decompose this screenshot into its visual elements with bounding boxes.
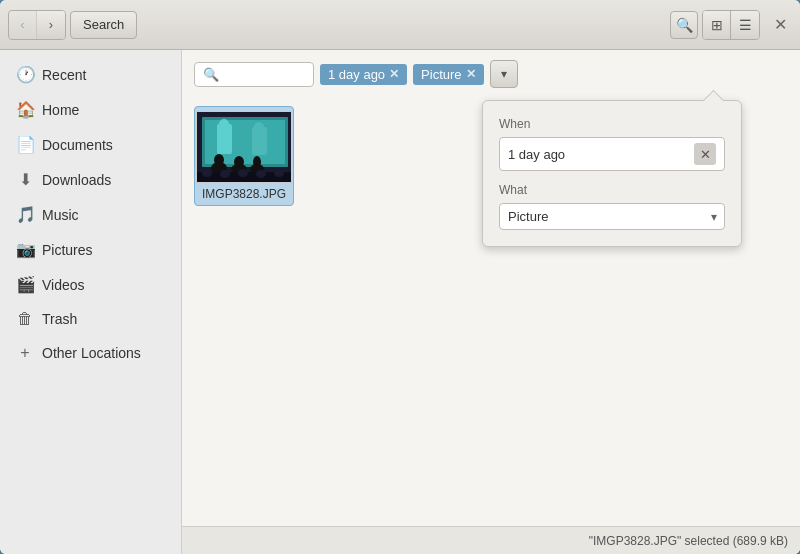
when-clear-button[interactable]: ✕	[694, 143, 716, 165]
search-button[interactable]: Search	[70, 11, 137, 39]
what-label: What	[499, 183, 725, 197]
svg-point-8	[253, 156, 261, 168]
filter-panel: When 1 day ago ✕ What Picture Video Docu…	[482, 100, 742, 247]
sidebar-label-other-locations: Other Locations	[42, 345, 141, 361]
sidebar-label-trash: Trash	[42, 311, 77, 327]
videos-icon: 🎬	[16, 275, 34, 294]
svg-point-15	[220, 170, 230, 178]
trash-icon: 🗑	[16, 310, 34, 328]
main-content: 🕐 Recent 🏠 Home 📄 Documents ⬇ Downloads …	[0, 50, 800, 554]
sidebar-item-trash[interactable]: 🗑 Trash	[0, 303, 181, 335]
svg-point-17	[256, 170, 266, 178]
what-select[interactable]: Picture Video Document Music Other	[499, 203, 725, 230]
svg-point-16	[238, 169, 248, 177]
svg-point-4	[214, 154, 224, 166]
forward-icon: ›	[49, 17, 53, 32]
when-label: When	[499, 117, 725, 131]
sidebar-item-videos[interactable]: 🎬 Videos	[0, 268, 181, 301]
filter-tag-when: 1 day ago ✕	[320, 64, 407, 85]
svg-point-6	[234, 156, 244, 168]
sidebar-label-home: Home	[42, 102, 79, 118]
grid-view-button[interactable]: ⊞	[703, 11, 731, 39]
what-select-wrapper: Picture Video Document Music Other ▾	[499, 203, 725, 230]
recent-icon: 🕐	[16, 65, 34, 84]
when-clear-icon: ✕	[700, 147, 711, 162]
filter-what-text: Picture	[421, 67, 461, 82]
sidebar-label-music: Music	[42, 207, 79, 223]
status-text: "IMGP3828.JPG" selected (689.9 kB)	[589, 534, 788, 548]
close-icon: ✕	[774, 15, 787, 34]
sidebar-item-home[interactable]: 🏠 Home	[0, 93, 181, 126]
search-input-wrapper: 🔍	[194, 62, 314, 87]
list-icon: ☰	[739, 17, 752, 33]
sidebar-item-pictures[interactable]: 📷 Pictures	[0, 233, 181, 266]
sidebar-item-downloads[interactable]: ⬇ Downloads	[0, 163, 181, 196]
status-bar: "IMGP3828.JPG" selected (689.9 kB)	[182, 526, 800, 554]
sidebar-item-recent[interactable]: 🕐 Recent	[0, 58, 181, 91]
filter-when-text: 1 day ago	[328, 67, 385, 82]
documents-icon: 📄	[16, 135, 34, 154]
search-bar-area: 🔍 1 day ago ✕ Picture ✕ ▾	[182, 50, 800, 96]
sidebar-item-documents[interactable]: 📄 Documents	[0, 128, 181, 161]
thumbnail-svg	[197, 112, 292, 183]
sidebar-label-documents: Documents	[42, 137, 113, 153]
magnifier-button[interactable]: 🔍	[670, 11, 698, 39]
svg-point-10	[219, 119, 229, 129]
magnifier-icon: 🔍	[676, 17, 693, 33]
when-field-value: 1 day ago	[508, 147, 694, 162]
sidebar-label-downloads: Downloads	[42, 172, 111, 188]
back-button[interactable]: ‹	[9, 11, 37, 39]
svg-point-12	[254, 122, 264, 132]
sidebar-label-videos: Videos	[42, 277, 85, 293]
list-view-button[interactable]: ☰	[731, 11, 759, 39]
file-name: IMGP3828.JPG	[202, 187, 286, 201]
forward-button[interactable]: ›	[37, 11, 65, 39]
search-small-icon: 🔍	[203, 67, 219, 82]
sidebar-item-other-locations[interactable]: + Other Locations	[0, 337, 181, 369]
file-item[interactable]: IMGP3828.JPG	[194, 106, 294, 206]
toolbar: ‹ › Search 🔍 ⊞ ☰ ✕	[0, 0, 800, 50]
sidebar-item-music[interactable]: 🎵 Music	[0, 198, 181, 231]
filter-dropdown-button[interactable]: ▾	[490, 60, 518, 88]
when-field: 1 day ago ✕	[499, 137, 725, 171]
close-button[interactable]: ✕	[768, 13, 792, 37]
dropdown-arrow-icon: ▾	[501, 67, 507, 81]
filter-tag-what: Picture ✕	[413, 64, 483, 85]
svg-point-14	[202, 169, 212, 177]
view-toggle-group: ⊞ ☰	[702, 10, 760, 40]
nav-group: ‹ ›	[8, 10, 66, 40]
other-locations-icon: +	[16, 344, 34, 362]
filter-when-close[interactable]: ✕	[389, 67, 399, 81]
sidebar: 🕐 Recent 🏠 Home 📄 Documents ⬇ Downloads …	[0, 50, 182, 554]
toolbar-right: 🔍 ⊞ ☰ ✕	[670, 10, 792, 40]
filter-what-close[interactable]: ✕	[466, 67, 476, 81]
file-thumbnail	[196, 111, 292, 183]
sidebar-label-pictures: Pictures	[42, 242, 93, 258]
sidebar-label-recent: Recent	[42, 67, 86, 83]
file-manager-window: ‹ › Search 🔍 ⊞ ☰ ✕	[0, 0, 800, 554]
search-input[interactable]	[223, 67, 303, 82]
file-area: 🔍 1 day ago ✕ Picture ✕ ▾ When	[182, 50, 800, 554]
downloads-icon: ⬇	[16, 170, 34, 189]
grid-icon: ⊞	[711, 17, 723, 33]
pictures-icon: 📷	[16, 240, 34, 259]
svg-point-18	[274, 169, 284, 177]
back-icon: ‹	[20, 17, 24, 32]
music-icon: 🎵	[16, 205, 34, 224]
home-icon: 🏠	[16, 100, 34, 119]
